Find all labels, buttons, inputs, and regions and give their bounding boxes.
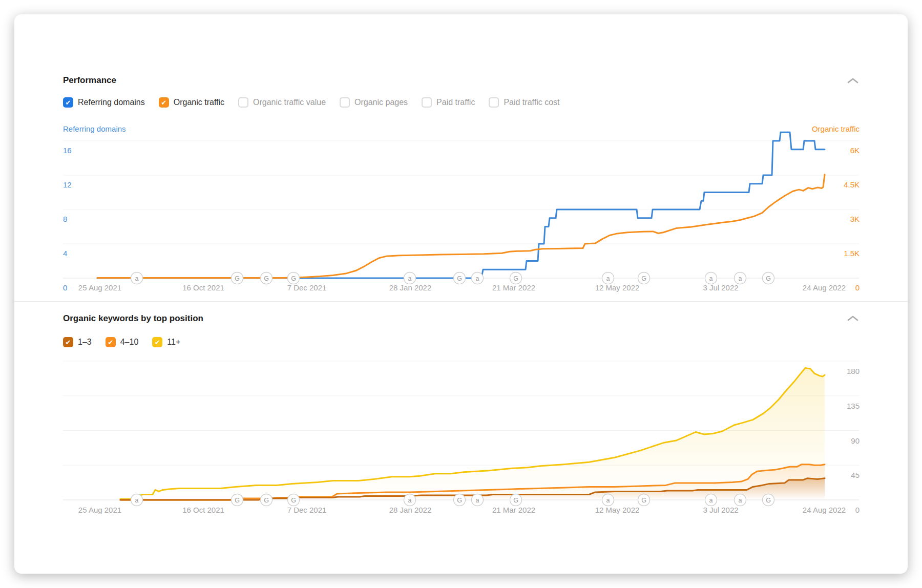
svg-text:135: 135 xyxy=(847,402,860,410)
svg-text:a: a xyxy=(408,497,412,504)
event-marker-G[interactable]: G xyxy=(232,494,243,506)
svg-text:G: G xyxy=(513,497,518,504)
svg-text:180: 180 xyxy=(847,367,860,375)
event-marker-G[interactable]: G xyxy=(638,494,650,506)
svg-text:21 Mar 2022: 21 Mar 2022 xyxy=(492,506,535,514)
svg-text:G: G xyxy=(766,497,771,504)
event-marker-G[interactable]: G xyxy=(288,494,300,506)
keywords-chart[interactable]: 1801359045025 Aug 202116 Oct 20217 Dec 2… xyxy=(14,14,908,574)
svg-text:G: G xyxy=(235,497,240,504)
event-marker-G[interactable]: G xyxy=(763,494,774,506)
svg-text:G: G xyxy=(641,497,646,504)
svg-text:G: G xyxy=(457,497,462,504)
svg-text:a: a xyxy=(709,497,713,504)
svg-text:28 Jan 2022: 28 Jan 2022 xyxy=(389,506,432,514)
svg-text:16 Oct 2021: 16 Oct 2021 xyxy=(182,506,224,514)
svg-text:G: G xyxy=(264,497,269,504)
event-marker-a[interactable]: a xyxy=(404,494,416,506)
event-marker-a[interactable]: a xyxy=(472,494,484,506)
svg-text:a: a xyxy=(135,497,139,504)
svg-text:25 Aug 2021: 25 Aug 2021 xyxy=(78,506,121,514)
event-marker-a[interactable]: a xyxy=(131,494,143,506)
event-marker-a[interactable]: a xyxy=(705,494,717,506)
analytics-card: Performance ✔Referring domains✔Organic t… xyxy=(14,14,908,574)
event-marker-G[interactable]: G xyxy=(454,494,466,506)
event-marker-G[interactable]: G xyxy=(261,494,273,506)
area-fill-11 xyxy=(120,368,825,500)
svg-text:45: 45 xyxy=(851,471,860,479)
svg-text:0: 0 xyxy=(855,506,860,514)
svg-text:12 May 2022: 12 May 2022 xyxy=(595,506,640,514)
svg-text:24 Aug 2022: 24 Aug 2022 xyxy=(803,506,846,514)
event-marker-a[interactable]: a xyxy=(735,494,746,506)
svg-text:a: a xyxy=(606,497,610,504)
svg-text:90: 90 xyxy=(851,436,860,445)
svg-text:a: a xyxy=(739,497,742,504)
event-marker-G[interactable]: G xyxy=(510,494,522,506)
svg-text:7 Dec 2021: 7 Dec 2021 xyxy=(287,506,327,514)
svg-text:G: G xyxy=(291,497,296,504)
svg-text:a: a xyxy=(476,497,479,504)
svg-text:3 Jul 2022: 3 Jul 2022 xyxy=(703,506,738,514)
event-marker-a[interactable]: a xyxy=(602,494,614,506)
